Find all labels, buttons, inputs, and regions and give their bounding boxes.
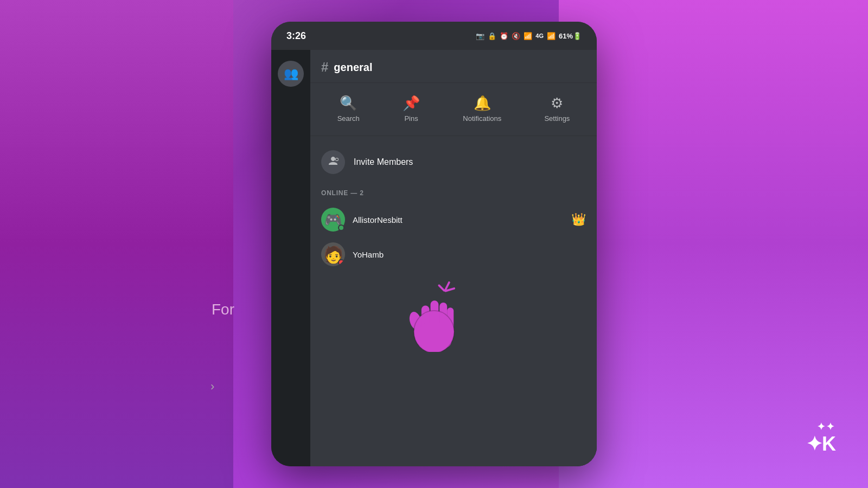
allistor-name: AllistorNesbitt — [353, 215, 564, 224]
settings-label: Settings — [544, 114, 570, 123]
member-row-yohamb[interactable]: 🧑 YoHamb — [310, 237, 597, 272]
crown-icon: 👑 — [571, 213, 586, 227]
toolbar-pins[interactable]: 📌 Pins — [396, 93, 426, 126]
search-label: Search — [337, 114, 360, 123]
toolbar-search[interactable]: 🔍 Search — [331, 93, 366, 126]
knowtechie-logo: ✦✦ ✦K — [806, 421, 835, 455]
camera-icon: 📷 — [476, 32, 484, 40]
cell-icon: 📶 — [547, 32, 556, 40]
member-row[interactable]: 🎮 AllistorNesbitt 👑 — [310, 202, 597, 237]
background-right — [559, 0, 868, 488]
pins-label: Pins — [404, 114, 418, 123]
toolbar-settings[interactable]: ⚙ Settings — [538, 93, 576, 126]
yohamb-avatar: 🧑 — [321, 242, 345, 266]
logo-dots: ✦✦ — [806, 421, 835, 433]
allistor-avatar: 🎮 — [321, 208, 345, 232]
pins-icon: 📌 — [403, 96, 420, 110]
toolbar: 🔍 Search 📌 Pins 🔔 Notifications ⚙ Settin… — [310, 83, 597, 136]
invite-label: Invite Members — [354, 157, 413, 167]
lock-icon: 🔒 — [488, 32, 496, 40]
channel-name: general — [334, 61, 372, 74]
alarm-icon: ⏰ — [500, 32, 508, 40]
signal-text: 4G — [535, 33, 544, 39]
notifications-icon: 🔔 — [474, 96, 491, 110]
background-left — [0, 0, 233, 488]
yohamb-name: YoHamb — [353, 250, 586, 259]
arrow-button[interactable]: › — [210, 380, 214, 394]
sidebar-avatar[interactable]: 👥 — [278, 61, 304, 87]
phone-frame: 3:26 📷 🔒 ⏰ 🔇 📶 4G 📶 61%🔋 👥 # general — [271, 22, 597, 466]
online-status-dot — [338, 224, 344, 231]
channel-header: # general — [310, 50, 597, 83]
dnd-status-dot — [338, 259, 344, 266]
members-list: Invite Members ONLINE — 2 🎮 AllistorNesb… — [310, 136, 597, 466]
channel-hash-icon: # — [321, 60, 328, 75]
sidebar: 👥 — [271, 50, 310, 466]
status-icons: 📷 🔒 ⏰ 🔇 📶 4G 📶 61%🔋 — [476, 32, 582, 40]
online-section-header: ONLINE — 2 — [310, 185, 597, 202]
status-bar: 3:26 📷 🔒 ⏰ 🔇 📶 4G 📶 61%🔋 — [271, 22, 597, 50]
battery-text: 61%🔋 — [559, 32, 582, 40]
notifications-label: Notifications — [463, 114, 501, 123]
main-area: 👥 # general 🔍 Search 📌 Pins — [271, 50, 597, 466]
for-text: For — [212, 301, 234, 318]
invite-members-row[interactable]: Invite Members — [310, 145, 597, 179]
toolbar-notifications[interactable]: 🔔 Notifications — [456, 93, 508, 126]
invite-icon — [321, 150, 345, 174]
status-time: 3:26 — [286, 30, 306, 42]
wifi-icon: 📶 — [524, 32, 532, 40]
mute-icon: 🔇 — [512, 32, 520, 40]
logo-text: ✦K — [806, 433, 835, 455]
users-icon: 👥 — [284, 67, 298, 81]
search-icon: 🔍 — [340, 96, 357, 110]
settings-icon: ⚙ — [551, 96, 563, 110]
channel-panel: # general 🔍 Search 📌 Pins 🔔 Notification… — [310, 50, 597, 466]
